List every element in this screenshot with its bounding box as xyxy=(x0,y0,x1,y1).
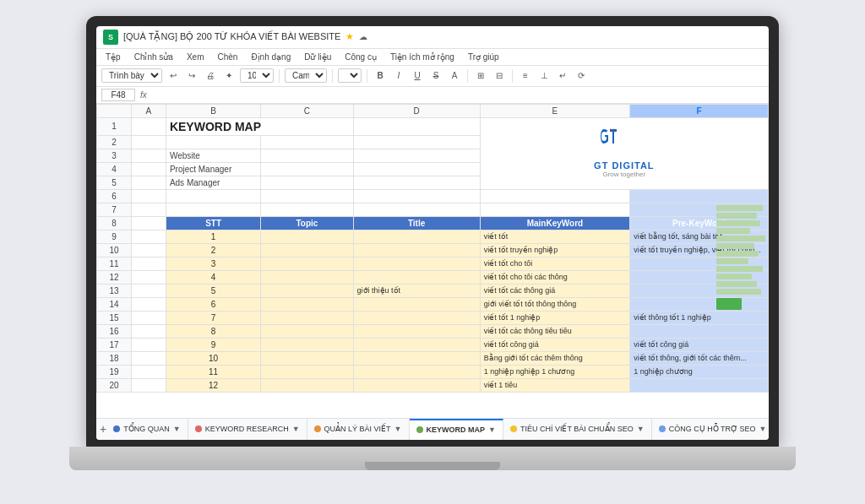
divider1 xyxy=(279,69,280,83)
tab-dot xyxy=(416,426,423,433)
table-row: 9 1 viết tốt viết bằng tốt, sáng bài tốt xyxy=(97,230,769,243)
table-row: 12 4 viết tốt cho tôi các thông xyxy=(97,270,769,284)
redo-btn[interactable]: ↪ xyxy=(184,68,199,84)
table-row: 20 12 viết 1 tiêu xyxy=(97,378,769,392)
laptop-screen: S [QUÀ TẶNG] BỘ 200 TỪ KHÓA VIẾT BÀI WEB… xyxy=(86,16,779,447)
textcolor-btn[interactable]: A xyxy=(447,68,462,84)
table-row: 6 xyxy=(97,189,769,203)
fx-label: fx xyxy=(140,90,147,100)
cloud-icon: ☁ xyxy=(359,32,367,41)
font-select[interactable]: Trình bày xyxy=(101,68,162,83)
spreadsheet-area[interactable]: A B C D E F 1 xyxy=(96,104,769,418)
strikethrough-btn[interactable]: S xyxy=(428,68,443,84)
sheet-table: A B C D E F 1 xyxy=(96,104,769,393)
menu-chinhsua[interactable]: Chỉnh sửa xyxy=(132,51,176,63)
font-family-select[interactable]: Cambr... xyxy=(285,68,327,83)
col-stt: STT xyxy=(166,216,260,230)
table-row: 17 9 viết tốt công giá viết tốt công giá xyxy=(97,338,769,351)
menu-tep[interactable]: Tệp xyxy=(103,51,123,63)
menu-trogiup[interactable]: Trợ giúp xyxy=(465,51,502,63)
tab-tongquan[interactable]: TỔNG QUAN ▼ xyxy=(106,419,188,440)
gt-logo-svg xyxy=(601,128,647,160)
col-topic: Topic xyxy=(261,216,353,230)
wrap-btn[interactable]: ↵ xyxy=(555,68,570,84)
divider3 xyxy=(367,69,367,83)
undo-btn[interactable]: ↩ xyxy=(166,68,181,84)
corner-header xyxy=(97,104,132,117)
star-icon[interactable]: ★ xyxy=(345,31,354,42)
borders-btn[interactable]: ⊞ xyxy=(473,68,488,84)
tab-keyword-map[interactable]: KEYWORD MAP ▼ xyxy=(410,419,503,440)
side-bars xyxy=(716,205,767,310)
table-row: 16 8 viết tốt các thông tiêu tiêu xyxy=(97,324,769,338)
menu-dinhdang[interactable]: Định dạng xyxy=(248,51,293,63)
divider5 xyxy=(512,69,513,83)
col-c[interactable]: C xyxy=(261,104,353,117)
tab-dot xyxy=(314,425,321,432)
table-row: 14 6 giới viết tốt tốt thông thông xyxy=(97,297,769,311)
format-btn[interactable]: ✦ xyxy=(221,68,237,84)
print-btn[interactable]: 🖨 xyxy=(203,68,218,84)
top-bar: S [QUÀ TẶNG] BỘ 200 TỪ KHÓA VIẾT BÀI WEB… xyxy=(96,26,769,49)
tab-dot xyxy=(510,425,517,432)
add-sheet-btn[interactable]: + xyxy=(100,420,106,438)
tab-keyword-research[interactable]: KEYWORD RESEARCH ▼ xyxy=(188,419,307,440)
divider4 xyxy=(467,69,468,83)
col-title: Title xyxy=(353,216,480,230)
toolbar: Trình bày ↩ ↪ 🖨 ✦ 100% Cambr... 11 xyxy=(96,66,769,87)
italic-btn[interactable]: I xyxy=(391,68,406,84)
tab-dot xyxy=(195,425,202,432)
align-btn[interactable]: ≡ xyxy=(518,68,533,84)
divider2 xyxy=(332,69,333,83)
tab-dot xyxy=(659,425,666,432)
tab-quanly[interactable]: QUẢN LÝ BÀI VIẾT ▼ xyxy=(307,419,410,440)
merge-btn[interactable]: ⊟ xyxy=(492,68,507,84)
col-e[interactable]: E xyxy=(480,104,629,117)
table-row: 19 11 1 nghiệp nghiệp 1 chương 1 nghiệp … xyxy=(97,365,769,378)
table-row: 13 5 giới thiệu tốt viết tốt các thông g… xyxy=(97,284,769,297)
google-sheets-ui: S [QUÀ TẶNG] BỘ 200 TỪ KHÓA VIẾT BÀI WEB… xyxy=(96,26,769,440)
valign-btn[interactable]: ⊥ xyxy=(536,68,552,84)
col-a[interactable]: A xyxy=(131,104,166,117)
table-row: 18 10 Bằng giới tốt các thêm thông viết … xyxy=(97,351,769,365)
tab-dot xyxy=(113,425,120,432)
gt-tagline: Grow together xyxy=(602,171,645,178)
menu-bar: Tệp Chỉnh sửa Xem Chèn Định dạng Dữ liệu… xyxy=(96,49,769,66)
col-mainkey: MainKeyWord xyxy=(480,216,629,230)
table-row: 7 xyxy=(97,203,769,216)
file-title: [QUÀ TẶNG] BỘ 200 TỪ KHÓA VIẾT BÀI WEBSI… xyxy=(123,31,340,42)
screen-inner: S [QUÀ TẶNG] BỘ 200 TỪ KHÓA VIẾT BÀI WEB… xyxy=(96,26,769,440)
underline-btn[interactable]: U xyxy=(410,68,425,84)
sheet-tabs: + TỔNG QUAN ▼ KEYWORD RESEARCH ▼ QUẢN LÝ… xyxy=(96,418,769,440)
menu-dulieu[interactable]: Dữ liệu xyxy=(302,51,334,63)
font-size-select[interactable]: 11 xyxy=(338,68,362,83)
laptop-base xyxy=(69,447,796,470)
menu-tienich[interactable]: Tiện ích mở rộng xyxy=(388,51,457,63)
table-row: 10 2 viết tốt truyền nghiệp viết tốt tru… xyxy=(97,243,769,257)
menu-xem[interactable]: Xem xyxy=(184,51,207,63)
table-header-row: 8 STT Topic Title MainKeyWord Pre-KeyWor… xyxy=(97,216,769,230)
table-row: 15 7 viết tốt 1 nghiệp viết thông tốt 1 … xyxy=(97,311,769,324)
tab-congcu[interactable]: CÔNG CỤ HỖ TRỢ SEO ▼ xyxy=(652,419,769,440)
keyword-map-title: KEYWORD MAP xyxy=(170,120,261,133)
zoom-select[interactable]: 100% xyxy=(240,68,274,83)
menu-chen[interactable]: Chèn xyxy=(215,51,240,63)
bold-btn[interactable]: B xyxy=(373,68,388,84)
tab-tieuchi[interactable]: TIÊU CHÍ VIẾT BÀI CHUẨN SEO ▼ xyxy=(503,419,652,440)
logo-cell: GT DIGITAL Grow together xyxy=(480,117,768,189)
laptop-container: S [QUÀ TẶNG] BỘ 200 TỪ KHÓA VIẾT BÀI WEB… xyxy=(69,16,796,489)
table-row: 1 KEYWORD MAP xyxy=(97,117,769,135)
cell-reference[interactable]: F48 xyxy=(101,89,135,101)
formula-bar: F48 fx xyxy=(96,87,769,104)
sheets-icon: S xyxy=(103,30,118,45)
col-d[interactable]: D xyxy=(353,104,480,117)
menu-congcu[interactable]: Công cụ xyxy=(342,51,379,63)
gt-digital-name: GT DIGITAL xyxy=(594,160,655,171)
col-b[interactable]: B xyxy=(166,104,260,117)
rotate-btn[interactable]: ⟳ xyxy=(574,68,589,84)
table-row: 11 3 viết tốt cho tôi xyxy=(97,257,769,270)
col-f[interactable]: F xyxy=(630,104,769,117)
